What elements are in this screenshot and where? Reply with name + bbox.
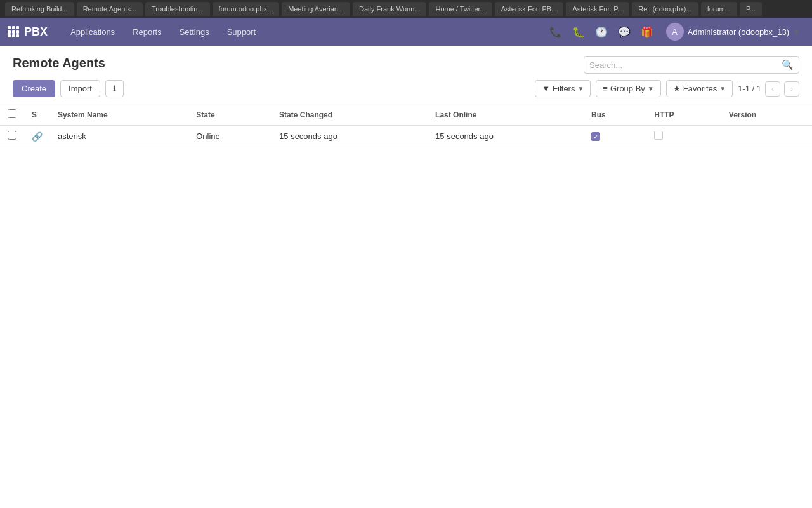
search-input[interactable] (589, 60, 782, 70)
group-by-label: Group By (610, 84, 645, 93)
header-state-col: State (188, 104, 272, 126)
gift-icon[interactable]: 🎁 (638, 23, 656, 41)
svg-rect-3 (8, 30, 11, 34)
header-s-col: S (24, 104, 50, 126)
main-content: Remote Agents 🔍 Create Import ⬇ ▼ Filter… (0, 46, 812, 508)
header-checkbox-col (0, 104, 24, 126)
filters-label: Filters (553, 84, 575, 93)
menu-item-support[interactable]: Support (219, 23, 264, 41)
row-http-cell (646, 126, 721, 147)
row-checkbox-cell (0, 126, 24, 147)
svg-rect-2 (16, 26, 19, 29)
bus-checkbox: ✓ (591, 132, 600, 141)
user-dropdown-arrow: ▼ (793, 29, 799, 36)
header-http-col: HTTP (646, 104, 721, 126)
menu-item-reports[interactable]: Reports (125, 23, 169, 41)
browser-tab-9[interactable]: Asterisk For: P... (566, 2, 629, 16)
import-button[interactable]: Import (60, 80, 100, 97)
pagination: 1-1 / 1 ‹ › (738, 81, 799, 97)
header-version-col: Version (721, 104, 812, 126)
toolbar: Create Import ⬇ ▼ Filters ▼ ≡ Group By ▼… (0, 74, 812, 104)
filters-dropdown-arrow: ▼ (577, 85, 584, 92)
header-state-changed-col: State Changed (272, 104, 428, 126)
toolbar-right: ▼ Filters ▼ ≡ Group By ▼ ★ Favorites ▼ 1… (535, 80, 799, 97)
create-button[interactable]: Create (13, 80, 55, 97)
browser-tab-11[interactable]: forum... (701, 2, 737, 16)
star-icon: ★ (673, 84, 681, 93)
row-bus-cell: ✓ (584, 126, 646, 147)
svg-rect-8 (16, 34, 19, 37)
select-all-checkbox[interactable] (8, 109, 16, 118)
search-icon[interactable]: 🔍 (782, 59, 794, 70)
system-name-value: asterisk (58, 131, 86, 141)
row-state-cell: Online (188, 126, 272, 147)
filters-button[interactable]: ▼ Filters ▼ (535, 80, 591, 97)
svg-rect-7 (12, 34, 15, 37)
menu-item-applications[interactable]: Applications (63, 23, 122, 41)
state-changed-value: 15 seconds ago (279, 131, 337, 141)
browser-tab-5[interactable]: Meeting Averian... (282, 2, 350, 16)
page-title: Remote Agents (13, 56, 105, 70)
browser-tab-1[interactable]: Rethinking Build... (5, 2, 74, 16)
group-by-icon: ≡ (603, 84, 608, 93)
search-bar: 🔍 (584, 56, 799, 74)
browser-tab-7[interactable]: Home / Twitter... (429, 2, 492, 16)
state-value: Online (196, 131, 220, 141)
page-header: Remote Agents 🔍 (0, 46, 812, 74)
favorites-label: Favorites (683, 84, 717, 93)
brand-label[interactable]: PBX (24, 25, 48, 39)
browser-tab-12[interactable]: P... (740, 2, 762, 16)
svg-rect-1 (12, 26, 15, 29)
navbar-menu: Applications Reports Settings Support (63, 23, 547, 41)
group-by-button[interactable]: ≡ Group By ▼ (596, 80, 660, 97)
table-header-row: S System Name State State Changed Last O… (0, 104, 812, 126)
row-checkbox[interactable] (8, 131, 16, 140)
row-system-name-cell: asterisk (50, 126, 188, 147)
toolbar-left: Create Import ⬇ (13, 80, 124, 97)
pagination-count: 1-1 / 1 (738, 84, 761, 93)
last-online-value: 15 seconds ago (435, 131, 494, 141)
row-state-changed-cell: 15 seconds ago (272, 126, 428, 147)
download-button[interactable]: ⬇ (105, 80, 124, 97)
browser-tab-10[interactable]: Rel: (odoo.pbx)... (632, 2, 698, 16)
favorites-dropdown-arrow: ▼ (719, 85, 726, 92)
menu-item-settings[interactable]: Settings (172, 23, 217, 41)
table-container: S System Name State State Changed Last O… (0, 104, 812, 147)
filter-icon: ▼ (542, 84, 550, 93)
browser-tab-6[interactable]: Daily Frank Wunn... (353, 2, 426, 16)
group-by-dropdown-arrow: ▼ (648, 85, 654, 92)
header-system-name-col: System Name (50, 104, 188, 126)
chat-icon[interactable]: 💬 (615, 23, 633, 41)
clock-icon[interactable]: 🕐 (593, 23, 610, 41)
svg-rect-4 (12, 30, 15, 34)
user-menu[interactable]: A Administrator (odoopbx_13) ▼ (661, 20, 804, 43)
table-row: 🔗 asterisk Online 15 seconds ago 15 seco… (0, 126, 812, 147)
favorites-button[interactable]: ★ Favorites ▼ (666, 80, 733, 97)
http-checkbox (654, 131, 663, 140)
header-bus-col: Bus (584, 104, 646, 126)
browser-tab-8[interactable]: Asterisk For: PB... (495, 2, 564, 16)
navbar-actions: 📞 🐛 🕐 💬 🎁 A Administrator (odoopbx_13) ▼ (547, 20, 804, 43)
svg-rect-0 (8, 26, 11, 29)
avatar: A (666, 23, 684, 41)
header-last-online-col: Last Online (428, 104, 584, 126)
navbar: PBX Applications Reports Settings Suppor… (0, 18, 812, 46)
browser-tab-4[interactable]: forum.odoo.pbx... (213, 2, 280, 16)
link-icon: 🔗 (32, 131, 43, 142)
row-last-online-cell: 15 seconds ago (428, 126, 584, 147)
agents-table: S System Name State State Changed Last O… (0, 104, 812, 147)
bug-icon[interactable]: 🐛 (570, 23, 587, 41)
row-s-cell: 🔗 (24, 126, 50, 147)
phone-icon[interactable]: 📞 (547, 23, 565, 41)
svg-rect-5 (16, 30, 19, 34)
svg-rect-6 (8, 34, 11, 37)
browser-tab-2[interactable]: Remote Agents... (77, 2, 143, 16)
apps-icon[interactable] (8, 26, 19, 37)
pagination-prev[interactable]: ‹ (765, 81, 780, 97)
pagination-next[interactable]: › (784, 81, 799, 97)
browser-tab-3[interactable]: Troubleshootin... (145, 2, 210, 16)
browser-tabs: Rethinking Build... Remote Agents... Tro… (0, 0, 812, 18)
row-version-cell (721, 126, 812, 147)
user-label: Administrator (odoopbx_13) (688, 27, 789, 37)
